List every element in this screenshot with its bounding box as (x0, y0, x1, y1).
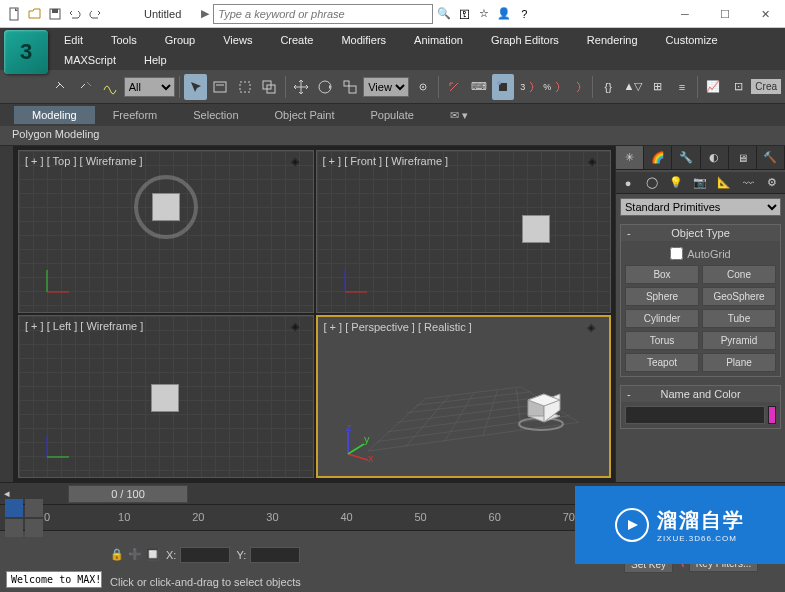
geometry-icon[interactable]: ● (616, 172, 640, 193)
geosphere-button[interactable]: GeoSphere (702, 287, 776, 306)
utilities-tab-icon[interactable]: 🔨 (757, 146, 785, 169)
helpers-icon[interactable]: 📐 (712, 172, 736, 193)
viewport-front[interactable]: [ + ] [ Front ] [ Wireframe ] ◈ (316, 150, 612, 313)
category-dropdown[interactable]: Standard Primitives (620, 198, 781, 216)
cameras-icon[interactable]: 📷 (688, 172, 712, 193)
layout-opt-icon[interactable] (25, 499, 43, 517)
unlink-icon[interactable] (75, 74, 98, 100)
menu-grapheditors[interactable]: Graph Editors (477, 30, 573, 50)
layout-opt3-icon[interactable] (25, 519, 43, 537)
shapes-icon[interactable]: ◯ (640, 172, 664, 193)
select-by-name-icon[interactable] (209, 74, 232, 100)
scale-icon[interactable] (339, 74, 362, 100)
new-file-icon[interactable] (6, 5, 24, 23)
viewcube-icon[interactable]: ◈ (588, 155, 606, 173)
select-object-icon[interactable] (184, 74, 207, 100)
menu-animation[interactable]: Animation (400, 30, 477, 50)
tab-populate[interactable]: Populate (352, 106, 431, 124)
pivot-icon[interactable] (411, 74, 434, 100)
app-logo-icon[interactable]: 3 (4, 30, 48, 74)
angle-snap-icon[interactable]: 3 (516, 74, 539, 100)
viewcube-icon[interactable]: ◈ (291, 320, 309, 338)
save-icon[interactable] (46, 5, 64, 23)
menu-help[interactable]: Help (130, 50, 181, 70)
viewport-label[interactable]: [ + ] [ Perspective ] [ Realistic ] (324, 321, 472, 333)
select-region-icon[interactable] (233, 74, 256, 100)
open-file-icon[interactable] (26, 5, 44, 23)
star-icon[interactable]: ☆ (475, 5, 493, 23)
menu-group[interactable]: Group (151, 30, 210, 50)
tab-selection[interactable]: Selection (175, 106, 256, 124)
viewport-left[interactable]: [ + ] [ Left ] [ Wireframe ] ◈ (18, 315, 314, 478)
x-coord-input[interactable] (180, 547, 230, 563)
keyboard-shortcut-icon[interactable]: ⌨ (467, 74, 490, 100)
tab-modeling[interactable]: Modeling (14, 106, 95, 124)
user-icon[interactable]: 👤 (495, 5, 513, 23)
help-icon[interactable]: ? (515, 5, 533, 23)
align-icon[interactable]: ⊞ (646, 74, 669, 100)
hierarchy-tab-icon[interactable]: 🔧 (672, 146, 700, 169)
create-selection-label[interactable]: Crea (751, 79, 781, 94)
menu-tools[interactable]: Tools (97, 30, 151, 50)
refcoord-dropdown[interactable]: View (363, 77, 409, 97)
minimize-button[interactable]: ─ (665, 0, 705, 28)
sphere-button[interactable]: Sphere (625, 287, 699, 306)
redo-icon[interactable] (86, 5, 104, 23)
link-icon[interactable] (50, 74, 73, 100)
viewport-label[interactable]: [ + ] [ Left ] [ Wireframe ] (25, 320, 143, 332)
percent-snap-icon[interactable]: % (541, 74, 564, 100)
plane-button[interactable]: Plane (702, 353, 776, 372)
modify-tab-icon[interactable]: 🌈 (644, 146, 672, 169)
menu-create[interactable]: Create (266, 30, 327, 50)
bind-icon[interactable] (99, 74, 122, 100)
maximize-button[interactable]: ☐ (705, 0, 745, 28)
pyramid-button[interactable]: Pyramid (702, 331, 776, 350)
teapot-button[interactable]: Teapot (625, 353, 699, 372)
maxscript-listener[interactable]: Welcome to MAX! (6, 571, 102, 588)
lock-icon[interactable]: 🔒 (110, 548, 124, 561)
key-icon[interactable]: ⚿ (455, 5, 473, 23)
layout-quad-icon[interactable] (5, 499, 23, 517)
menu-views[interactable]: Views (209, 30, 266, 50)
object-color-swatch[interactable] (768, 406, 776, 424)
menu-rendering[interactable]: Rendering (573, 30, 652, 50)
move-icon[interactable] (290, 74, 313, 100)
viewcube-icon[interactable]: ◈ (587, 321, 605, 339)
close-button[interactable]: ✕ (745, 0, 785, 28)
viewport-top[interactable]: [ + ] [ Top ] [ Wireframe ] ◈ (18, 150, 314, 313)
lights-icon[interactable]: 💡 (664, 172, 688, 193)
menu-customize[interactable]: Customize (652, 30, 732, 50)
layers-icon[interactable]: ≡ (671, 74, 694, 100)
menu-edit[interactable]: Edit (50, 30, 97, 50)
menu-maxscript[interactable]: MAXScript (50, 50, 130, 70)
viewport-perspective[interactable]: [ + ] [ Perspective ] [ Realistic ] ◈ zx… (316, 315, 612, 478)
autogrid-checkbox[interactable] (670, 247, 683, 260)
object-name-input[interactable] (625, 406, 765, 424)
cone-button[interactable]: Cone (702, 265, 776, 284)
systems-icon[interactable]: ⚙ (760, 172, 784, 193)
menu-modifiers[interactable]: Modifiers (327, 30, 400, 50)
rollout-title[interactable]: -Object Type (621, 225, 780, 241)
rollout-title[interactable]: -Name and Color (621, 386, 780, 402)
box-button[interactable]: Box (625, 265, 699, 284)
viewcube-icon[interactable]: ◈ (291, 155, 309, 173)
viewport-label[interactable]: [ + ] [ Front ] [ Wireframe ] (323, 155, 449, 167)
tab-freeform[interactable]: Freeform (95, 106, 176, 124)
spacewarps-icon[interactable]: 〰 (736, 172, 760, 193)
time-slider-handle[interactable]: 0 / 100 (68, 485, 188, 503)
help-search-input[interactable] (213, 4, 433, 24)
named-selection-icon[interactable]: {} (597, 74, 620, 100)
add-icon[interactable]: ➕ (128, 548, 142, 561)
motion-tab-icon[interactable]: ◐ (701, 146, 729, 169)
ribbon-drop-icon[interactable]: ✉ ▾ (432, 106, 486, 125)
mirror-icon[interactable]: ▲▽ (622, 74, 645, 100)
snap-toggle-icon[interactable] (492, 74, 515, 100)
y-coord-input[interactable] (250, 547, 300, 563)
manipulate-icon[interactable] (443, 74, 466, 100)
torus-button[interactable]: Torus (625, 331, 699, 350)
curve-editor-icon[interactable]: 📈 (702, 74, 725, 100)
layout-opt2-icon[interactable] (5, 519, 23, 537)
viewport-label[interactable]: [ + ] [ Top ] [ Wireframe ] (25, 155, 142, 167)
window-crossing-icon[interactable] (258, 74, 281, 100)
undo-icon[interactable] (66, 5, 84, 23)
